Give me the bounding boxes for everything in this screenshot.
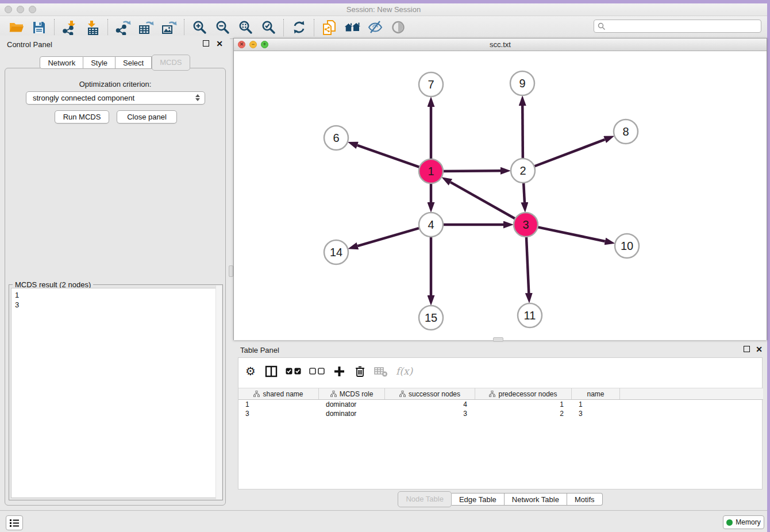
- tab-select[interactable]: Select: [116, 56, 152, 69]
- zoom-in-button[interactable]: [188, 18, 211, 37]
- import-network-button[interactable]: [58, 18, 81, 37]
- home-views-button[interactable]: [341, 18, 364, 37]
- export-image-button[interactable]: [157, 18, 180, 37]
- column-header-successor-nodes[interactable]: successor nodes: [385, 388, 475, 399]
- table-cell[interactable]: dominator: [319, 409, 385, 418]
- save-icon: [32, 21, 46, 34]
- memory-label: Memory: [736, 518, 760, 526]
- fx-icon: f(x): [396, 365, 413, 377]
- graph-node-1[interactable]: 1: [419, 159, 443, 183]
- show-columns-button[interactable]: [265, 364, 278, 378]
- memory-button[interactable]: Memory: [723, 515, 764, 529]
- table-cell[interactable]: 3: [385, 409, 475, 418]
- network-graph[interactable]: 1234678910111415: [234, 51, 767, 340]
- graph-edge-3-1[interactable]: [451, 182, 516, 219]
- zoom-selected-button[interactable]: [257, 18, 280, 37]
- export-image-icon: [161, 20, 177, 35]
- add-row-button[interactable]: [333, 364, 345, 378]
- search-icon: [598, 22, 606, 30]
- table-cell[interactable]: 2: [475, 409, 572, 418]
- dropdown-stepper-icon: [195, 94, 200, 101]
- clone-network-button[interactable]: [318, 18, 341, 37]
- zoom-out-button[interactable]: [211, 18, 234, 37]
- tab-style[interactable]: Style: [83, 56, 116, 69]
- horizontal-splitter-handle[interactable]: [493, 337, 503, 342]
- float-panel-icon[interactable]: [203, 40, 209, 47]
- graph-edge-2-8[interactable]: [533, 140, 605, 167]
- graph-node-14[interactable]: 14: [324, 240, 348, 264]
- graph-node-8[interactable]: 8: [614, 119, 638, 144]
- tab-node-table[interactable]: Node Table: [398, 491, 452, 507]
- hide-graphics-button[interactable]: [364, 18, 387, 37]
- table-cell[interactable]: 4: [385, 400, 475, 409]
- select-all-button[interactable]: [286, 364, 301, 378]
- vertical-splitter-handle[interactable]: [229, 265, 233, 277]
- float-table-panel-icon[interactable]: [744, 346, 750, 352]
- graph-node-9[interactable]: 9: [510, 71, 534, 95]
- save-session-button[interactable]: [28, 18, 51, 37]
- export-network-button[interactable]: [111, 18, 134, 37]
- table-cell[interactable]: 3: [238, 409, 319, 418]
- table-cell[interactable]: dominator: [319, 400, 385, 409]
- tab-edge-table[interactable]: Edge Table: [452, 493, 505, 506]
- graph-node-10[interactable]: 10: [615, 234, 639, 258]
- deselect-all-button[interactable]: [309, 364, 325, 378]
- export-table-button[interactable]: [134, 18, 157, 37]
- graph-edge-2-3[interactable]: [523, 182, 525, 202]
- close-table-panel-icon[interactable]: ✕: [756, 346, 763, 353]
- delete-rows-button[interactable]: [353, 364, 366, 378]
- zoom-fit-button[interactable]: [234, 18, 257, 37]
- graph-node-15[interactable]: 15: [419, 306, 443, 330]
- result-scrollbar[interactable]: [215, 286, 222, 499]
- column-label: successor nodes: [409, 390, 460, 398]
- graph-edge-3-10[interactable]: [537, 227, 605, 241]
- tab-motifs[interactable]: Motifs: [567, 493, 603, 506]
- graph-node-label: 1: [428, 165, 434, 178]
- graph-node-2[interactable]: 2: [511, 159, 535, 183]
- table-panel-title: Table Panel: [240, 346, 279, 354]
- zoom-selected-icon: [261, 20, 276, 34]
- graph-node-4[interactable]: 4: [419, 213, 443, 237]
- criterion-dropdown[interactable]: strongly connected component: [26, 91, 205, 105]
- graph-node-3[interactable]: 3: [514, 213, 538, 237]
- column-header-shared-name[interactable]: shared name: [238, 388, 319, 399]
- graph-edge-4-14[interactable]: [357, 228, 420, 246]
- refresh-view-button[interactable]: [287, 18, 310, 37]
- search-field[interactable]: [594, 20, 761, 33]
- column-header-predecessor-nodes[interactable]: predecessor nodes: [475, 388, 572, 399]
- delete-table-button[interactable]: [374, 364, 388, 378]
- graph-edge-1-6[interactable]: [357, 145, 421, 168]
- tab-network[interactable]: Network: [40, 56, 83, 69]
- column-header-MCDS-role[interactable]: MCDS role: [319, 388, 385, 399]
- table-row[interactable]: 1dominator411: [238, 400, 763, 409]
- graph-node-6[interactable]: 6: [324, 126, 348, 150]
- close-panel-button[interactable]: Close panel: [117, 110, 177, 124]
- search-input[interactable]: [606, 22, 757, 30]
- table-cell[interactable]: 3: [572, 409, 620, 418]
- gear-icon: ⚙: [245, 365, 256, 377]
- columns-icon: [265, 365, 278, 377]
- tab-network-table[interactable]: Network Table: [505, 493, 567, 506]
- close-panel-icon[interactable]: ✕: [216, 40, 223, 47]
- table-cell[interactable]: 1: [475, 400, 572, 409]
- function-builder-button[interactable]: f(x): [396, 364, 413, 378]
- table-cell[interactable]: 1: [238, 400, 319, 409]
- tab-mcds[interactable]: MCDS: [152, 55, 190, 71]
- table-cell[interactable]: 1: [572, 400, 620, 409]
- mcds-result-textarea[interactable]: 1 3: [11, 288, 221, 498]
- run-mcds-button[interactable]: Run MCDS: [55, 110, 109, 124]
- network-canvas[interactable]: 1234678910111415: [234, 51, 767, 340]
- graph-edge-3-11[interactable]: [526, 236, 529, 293]
- import-table-button[interactable]: [81, 18, 104, 37]
- graph-node-7[interactable]: 7: [419, 72, 443, 97]
- open-folder-button[interactable]: [5, 18, 28, 37]
- table-panel-header: Table Panel ✕: [233, 342, 767, 357]
- graph-node-11[interactable]: 11: [518, 303, 542, 327]
- graph-edge-1-2[interactable]: [442, 171, 500, 171]
- graph-edge-2-9[interactable]: [522, 106, 523, 160]
- task-history-button[interactable]: [6, 515, 23, 530]
- column-header-name[interactable]: name: [572, 388, 620, 399]
- table-row[interactable]: 3dominator323: [238, 409, 763, 418]
- show-graphics-button[interactable]: [387, 18, 410, 37]
- settings-gear-button[interactable]: ⚙: [244, 364, 257, 378]
